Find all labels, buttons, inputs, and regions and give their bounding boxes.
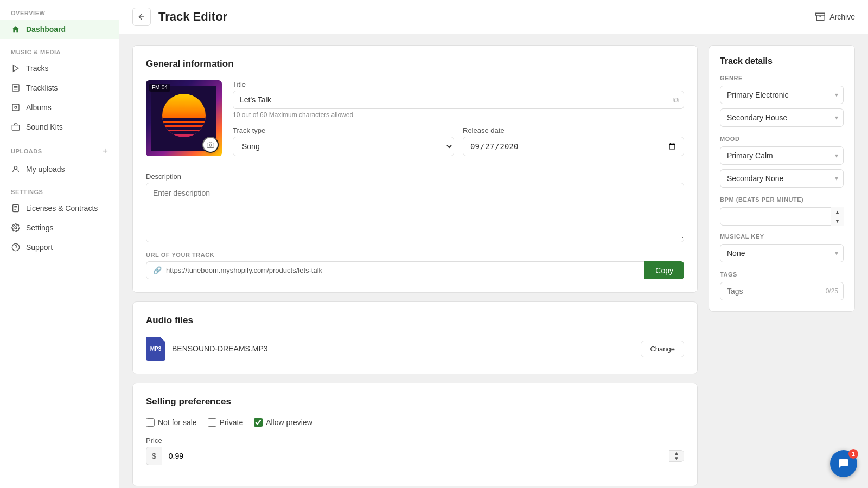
svg-rect-23 [162, 123, 206, 125]
release-date-input[interactable] [463, 137, 684, 156]
tracks-icon [11, 63, 21, 73]
overview-section-label: OVERVIEW [0, 0, 119, 20]
url-input-wrapper: 🔗 https://tuneboom.myshopify.com/product… [146, 261, 644, 279]
genre-secondary-wrapper: Secondary House Secondary Techno Seconda… [720, 108, 844, 127]
private-input[interactable] [208, 418, 216, 427]
sidebar: OVERVIEW Dashboard MUSIC & MEDIA Tracks … [0, 0, 119, 488]
genre-primary-select[interactable]: Primary Electronic Primary House Primary… [720, 86, 844, 104]
copy-button[interactable]: Copy [644, 261, 684, 279]
musical-key-static-label: Musical key [720, 233, 844, 240]
page-title: Track Editor [158, 10, 227, 24]
price-row: $ ▲ ▼ [146, 447, 684, 465]
sidebar-item-tracklists[interactable]: Tracklists [0, 78, 119, 98]
audio-files-card: Audio files MP3 BENSOUND-DREAMS.MP3 Chan… [132, 301, 698, 374]
track-type-group: Track type Song Beat Sample [233, 126, 454, 156]
price-spinners: ▲ ▼ [669, 450, 684, 462]
copy-icon: ⧉ [673, 95, 679, 105]
left-panel: General information [132, 45, 698, 486]
content-area: General information [119, 34, 868, 488]
chat-button[interactable]: 1 [830, 450, 857, 477]
bpm-input[interactable] [720, 207, 844, 226]
private-checkbox[interactable]: Private [208, 418, 244, 427]
track-details-title: Track details [720, 56, 844, 66]
album-art-wrapper: FM-04 [146, 80, 222, 156]
svg-rect-17 [816, 13, 825, 15]
private-label: Private [220, 418, 244, 427]
sidebar-item-dashboard[interactable]: Dashboard [0, 20, 119, 39]
general-info-row: FM-04 Title ⧉ 10 out [146, 80, 684, 164]
track-details-card: Track details GENRE Primary Electronic P… [709, 45, 855, 312]
svg-marker-0 [13, 65, 18, 72]
header-left: Track Editor [132, 8, 227, 26]
not-for-sale-checkbox[interactable]: Not for sale [146, 418, 197, 427]
release-date-label: Release date [463, 126, 684, 134]
release-date-group: Release date [463, 126, 684, 156]
chat-badge: 1 [848, 449, 858, 459]
price-input[interactable] [162, 447, 669, 465]
bpm-decrement-button[interactable]: ▼ [831, 216, 844, 226]
sidebar-item-my-uploads[interactable]: My uploads [0, 159, 119, 179]
licenses-icon [11, 203, 21, 213]
tags-count: 0/25 [826, 287, 838, 295]
track-type-release-row: Track type Song Beat Sample Release date [233, 126, 684, 164]
svg-rect-5 [12, 104, 19, 111]
title-input-wrapper: ⧉ [233, 91, 684, 109]
allow-preview-label: Allow preview [266, 418, 312, 427]
support-icon [11, 242, 21, 252]
main-content: Track Editor Archive General information [119, 0, 868, 488]
chat-icon [838, 458, 850, 470]
back-button[interactable] [132, 8, 151, 26]
general-info-title: General information [146, 59, 684, 69]
form-fields: Title ⧉ 10 out of 60 Maximum characters … [233, 80, 684, 164]
description-group: Description [146, 172, 684, 244]
uploads-section-header: UPLOADS + [0, 137, 119, 159]
mood-secondary-select[interactable]: Secondary None Secondary Calm Secondary … [720, 169, 844, 188]
archive-button[interactable]: Archive [815, 12, 855, 22]
audio-files-title: Audio files [146, 315, 684, 326]
not-for-sale-input[interactable] [146, 418, 155, 427]
sidebar-item-albums[interactable]: Albums [0, 98, 119, 117]
allow-preview-input[interactable] [254, 418, 263, 427]
track-type-select[interactable]: Song Beat Sample [233, 137, 454, 156]
change-audio-button[interactable]: Change [641, 341, 684, 357]
selling-prefs-card: Selling preferences Not for sale Private… [132, 383, 698, 486]
musical-key-select[interactable]: None AA#B CC#D D#EF F#GG# [720, 244, 844, 262]
mood-secondary-wrapper: Secondary None Secondary Calm Secondary … [720, 169, 844, 188]
sidebar-item-sound-kits[interactable]: Sound Kits [0, 117, 119, 137]
change-album-art-button[interactable] [202, 137, 219, 153]
description-textarea[interactable] [146, 183, 684, 242]
genre-label: GENRE [720, 75, 844, 81]
svg-rect-7 [12, 125, 19, 130]
audio-file-row: MP3 BENSOUND-DREAMS.MP3 Change [146, 337, 684, 361]
bpm-increment-button[interactable]: ▲ [831, 207, 844, 216]
title-input[interactable] [233, 91, 684, 109]
url-label: URL OF YOUR TRACK [146, 252, 684, 258]
sidebar-item-licenses[interactable]: Licenses & Contracts [0, 198, 119, 218]
svg-point-13 [15, 227, 17, 229]
sidebar-item-tracks[interactable]: Tracks [0, 59, 119, 78]
sidebar-item-settings[interactable]: Settings [0, 218, 119, 237]
bpm-label: BPM (Beats per minute) [720, 196, 844, 203]
url-value: https://tuneboom.myshopify.com/products/… [166, 266, 322, 274]
checkbox-row: Not for sale Private Allow preview [146, 418, 684, 427]
archive-icon [815, 12, 825, 22]
music-media-label: MUSIC & MEDIA [0, 39, 119, 59]
allow-preview-checkbox[interactable]: Allow preview [254, 418, 312, 427]
mp3-icon: MP3 [146, 337, 165, 361]
mood-primary-select[interactable]: Primary Calm Primary Energetic Primary D… [720, 146, 844, 165]
svg-point-8 [14, 166, 17, 169]
price-decrement-button[interactable]: ▼ [669, 456, 684, 461]
audio-file-info: MP3 BENSOUND-DREAMS.MP3 [146, 337, 268, 361]
audio-filename: BENSOUND-DREAMS.MP3 [172, 344, 268, 353]
description-label: Description [146, 172, 684, 181]
gear-icon [11, 223, 21, 233]
char-count: 10 out of 60 Maximum characters allowed [233, 111, 684, 119]
selling-prefs-title: Selling preferences [146, 396, 684, 407]
sidebar-item-support[interactable]: Support [0, 237, 119, 257]
tags-section-label: TAGS [720, 271, 844, 278]
price-input-wrapper [162, 447, 669, 465]
genre-secondary-select[interactable]: Secondary House Secondary Techno Seconda… [720, 108, 844, 127]
add-upload-button[interactable]: + [102, 146, 108, 156]
musical-key-wrapper: None AA#B CC#D D#EF F#GG# [720, 244, 844, 262]
bpm-wrapper: ▲ ▼ [720, 207, 844, 226]
